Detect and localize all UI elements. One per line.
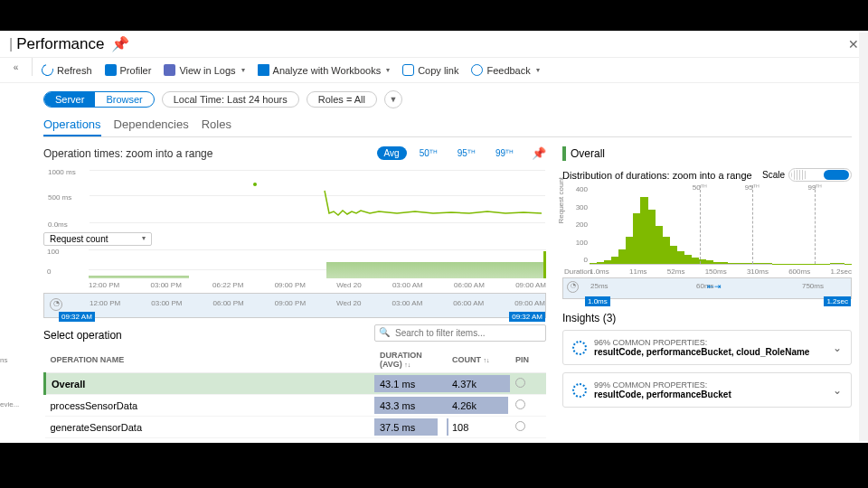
logs-button[interactable]: View in Logs▾ — [164, 64, 244, 76]
logs-icon — [164, 64, 175, 76]
table-row[interactable]: generateSensorData 37.5 ms 108 — [45, 417, 547, 438]
feedback-button[interactable]: Feedback▾ — [471, 64, 539, 76]
tab-operations[interactable]: Operations — [43, 114, 101, 136]
search-icon: 🔍 — [379, 327, 390, 337]
chevron-down-icon[interactable]: ⌄ — [833, 384, 842, 397]
pin-icon[interactable]: 📌 — [111, 35, 129, 52]
operation-times-chart[interactable]: 1000 ms 500 ms 0.0ms — [43, 165, 546, 230]
chevron-down-icon: ▾ — [386, 66, 390, 74]
browser-pill[interactable]: Browser — [95, 92, 153, 107]
table-row[interactable]: processSensorData 43.3 ms 4.26k — [45, 395, 547, 417]
agg-avg[interactable]: Avg — [377, 146, 407, 160]
profiler-icon — [105, 64, 117, 76]
roles-chip[interactable]: Roles = All — [307, 91, 377, 108]
table-row[interactable]: Overall 43.1 ms 4.37k — [45, 373, 547, 395]
refresh-button[interactable]: Refresh — [42, 64, 92, 76]
metric-selector[interactable]: Request count▾ — [43, 232, 152, 246]
dist-title: Distribution of durations: zoom into a r… — [562, 170, 752, 181]
operations-table: OPERATION NAME DURATION (AVG) ↑↓ COUNT ↑… — [43, 347, 546, 438]
insight-icon — [572, 341, 587, 355]
close-icon[interactable]: ✕ — [848, 37, 859, 52]
overall-marker — [562, 146, 566, 161]
chevron-down-icon[interactable]: ⌄ — [833, 342, 842, 354]
chart1-title: Operation times: zoom into a range — [43, 147, 212, 160]
insight-icon — [572, 383, 587, 398]
distribution-chart[interactable]: Request count 4003002001000 50ᵀᴴ95ᵀᴴ99ᵀᴴ… — [562, 185, 852, 276]
copy-link-button[interactable]: Copy link — [402, 64, 458, 76]
workbooks-icon — [258, 64, 269, 76]
insights-title: Insights (3) — [562, 312, 852, 324]
server-pill[interactable]: Server — [44, 92, 95, 107]
link-icon — [402, 64, 414, 76]
agg-p99[interactable]: 99ᵀᴴ — [488, 146, 521, 160]
brush-start: 09:32 AM — [59, 312, 95, 322]
pin-radio[interactable] — [515, 399, 525, 409]
page-title: Performance — [16, 35, 104, 53]
tab-dependencies[interactable]: Dependencies — [114, 114, 189, 136]
chevron-down-icon: ▾ — [241, 66, 245, 74]
pin-chart-icon[interactable]: 📌 — [532, 146, 546, 160]
pin-radio[interactable] — [515, 378, 525, 388]
pin-radio[interactable] — [515, 421, 525, 431]
feedback-icon — [471, 64, 483, 76]
server-browser-toggle[interactable]: Server Browser — [43, 91, 155, 108]
time-brush[interactable]: ◔ 12:00 PM03:00 PM06:00 PM09:00 PMWed 20… — [43, 293, 546, 318]
select-operation-title: Select operation — [43, 329, 122, 342]
time-range-chip[interactable]: Local Time: Last 24 hours — [162, 91, 299, 108]
agg-p95[interactable]: 95ᵀᴴ — [450, 146, 483, 160]
tab-roles[interactable]: Roles — [202, 114, 231, 136]
chevron-down-icon: ▾ — [536, 66, 540, 74]
dist-brush[interactable]: ◔ 25ms60ms750ms 1.0ms 1.2sec ⇤⇥ — [562, 277, 852, 299]
refresh-icon — [40, 62, 56, 79]
insight-card[interactable]: 99% COMMON PROPERTIES:resultCode, perfor… — [562, 372, 852, 408]
request-count-chart[interactable]: 100 0 12:00 PM03:00 PM06:22 PM09:00 PMWe… — [43, 248, 546, 289]
search-input[interactable] — [374, 324, 546, 342]
profiler-button[interactable]: Profiler — [105, 64, 152, 76]
scale-toggle[interactable] — [788, 168, 852, 182]
toolbar: Refresh Profiler View in Logs▾ Analyze w… — [0, 58, 868, 83]
workbooks-button[interactable]: Analyze with Workbooks▾ — [258, 64, 391, 76]
agg-p50[interactable]: 50ᵀᴴ — [412, 146, 445, 160]
expand-icon[interactable]: ⇤⇥ — [707, 282, 722, 291]
brush-end: 09:32 AM — [509, 312, 545, 322]
insight-card[interactable]: 96% COMMON PROPERTIES:resultCode, perfor… — [562, 330, 852, 365]
overall-label: Overall — [571, 147, 605, 160]
collapse-button[interactable]: « — [0, 58, 33, 76]
filter-icon[interactable]: ▼ — [384, 90, 402, 108]
